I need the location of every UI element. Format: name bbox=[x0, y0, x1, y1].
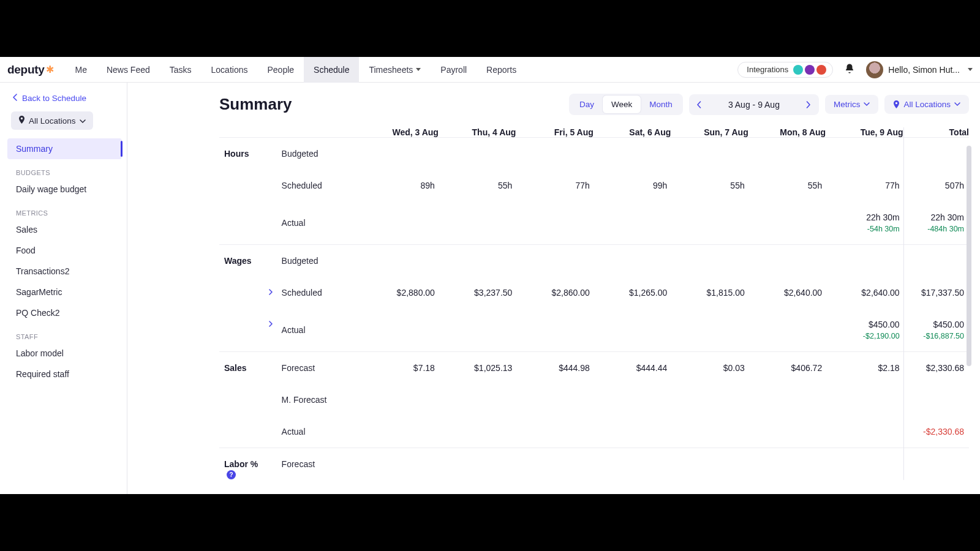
total-cell: $17,337.50 bbox=[903, 277, 969, 309]
cell bbox=[826, 138, 903, 170]
sidebar-item-transactions2[interactable]: Transactions2 bbox=[7, 261, 122, 282]
cell bbox=[439, 384, 516, 416]
sidebar-item-sagarmetric[interactable]: SagarMetric bbox=[7, 282, 122, 302]
cell: $7.18 bbox=[361, 352, 438, 384]
col-day: Tue, 9 Aug bbox=[826, 127, 903, 138]
nav-item-tasks[interactable]: Tasks bbox=[160, 57, 202, 83]
brand-star-icon: ✱ bbox=[46, 64, 54, 75]
cell: $1,815.00 bbox=[671, 277, 748, 309]
sidebar-heading: BUDGETS bbox=[7, 159, 122, 179]
sidebar-item-summary[interactable]: Summary bbox=[7, 138, 122, 159]
view-month-button[interactable]: Month bbox=[641, 96, 681, 113]
cell bbox=[594, 384, 671, 416]
summary-table-wrap: Wed, 3 AugThu, 4 AugFri, 5 AugSat, 6 Aug… bbox=[219, 127, 969, 480]
cell: $0.03 bbox=[671, 352, 748, 384]
cell: 99h bbox=[594, 170, 671, 201]
integrations-button[interactable]: Integrations bbox=[737, 62, 833, 78]
nav-item-me[interactable]: Me bbox=[65, 57, 96, 83]
metrics-label: Metrics bbox=[834, 100, 861, 109]
total-cell: 22h 30m-484h 30m bbox=[903, 201, 969, 245]
nav-item-news-feed[interactable]: News Feed bbox=[97, 57, 160, 83]
help-icon[interactable]: ? bbox=[227, 470, 236, 479]
back-to-schedule-link[interactable]: Back to Schedule bbox=[7, 90, 122, 111]
cell bbox=[516, 201, 593, 245]
nav-item-locations[interactable]: Locations bbox=[202, 57, 258, 83]
table-row: Scheduled$2,880.00$3,237.50$2,860.00$1,2… bbox=[219, 277, 969, 309]
view-range-segmented: DayWeekMonth bbox=[569, 94, 683, 115]
cell: 77h bbox=[826, 170, 903, 201]
row-label: Scheduled bbox=[282, 277, 361, 309]
notifications-bell-icon[interactable] bbox=[844, 63, 855, 77]
total-cell: 507h bbox=[903, 170, 969, 201]
sidebar-location-filter[interactable]: All Locations bbox=[11, 111, 93, 130]
total-cell: -$2,330.68 bbox=[903, 416, 969, 448]
cell: 55h bbox=[671, 170, 748, 201]
expand-row-button[interactable] bbox=[268, 288, 273, 297]
cell: 55h bbox=[748, 170, 826, 201]
locations-dropdown[interactable]: All Locations bbox=[884, 95, 969, 114]
cell: 77h bbox=[516, 170, 593, 201]
table-row: Actual$450.00-$2,190.00$450.00-$16,887.5… bbox=[219, 309, 969, 352]
cell bbox=[516, 384, 593, 416]
group-cell bbox=[219, 201, 282, 245]
cell bbox=[361, 384, 438, 416]
nav-item-schedule[interactable]: Schedule bbox=[304, 57, 359, 83]
cell bbox=[361, 448, 438, 481]
user-greeting: Hello, Simon Hut... bbox=[888, 65, 960, 75]
table-scrollbar[interactable] bbox=[967, 146, 971, 366]
date-prev-button[interactable] bbox=[689, 94, 710, 115]
chevron-down-icon bbox=[968, 68, 973, 71]
view-day-button[interactable]: Day bbox=[571, 96, 603, 113]
chevron-down-icon bbox=[80, 116, 86, 126]
expand-row-button[interactable] bbox=[268, 320, 273, 329]
nav-item-reports[interactable]: Reports bbox=[477, 57, 526, 83]
group-cell: Wages bbox=[219, 245, 282, 277]
table-row: Actual22h 30m-54h 30m22h 30m-484h 30m bbox=[219, 201, 969, 245]
sidebar-item-pq-check2[interactable]: PQ Check2 bbox=[7, 302, 122, 323]
cell: $1,025.13 bbox=[439, 352, 516, 384]
cell bbox=[439, 138, 516, 170]
nav-item-people[interactable]: People bbox=[257, 57, 304, 83]
brand-logo[interactable]: deputy ✱ bbox=[7, 63, 54, 77]
user-menu[interactable]: Hello, Simon Hut... bbox=[866, 61, 973, 78]
cell: 55h bbox=[439, 170, 516, 201]
cell bbox=[671, 448, 748, 481]
row-label: Forecast bbox=[282, 448, 361, 481]
cell bbox=[826, 448, 903, 481]
cell bbox=[516, 245, 593, 277]
cell bbox=[671, 245, 748, 277]
date-range-label[interactable]: 3 Aug - 9 Aug bbox=[710, 100, 798, 110]
cell bbox=[361, 309, 438, 352]
nav-item-timesheets[interactable]: Timesheets bbox=[359, 57, 431, 83]
date-pager: 3 Aug - 9 Aug bbox=[689, 94, 819, 115]
nav-item-payroll[interactable]: Payroll bbox=[431, 57, 477, 83]
location-pin-icon bbox=[893, 100, 900, 108]
col-day: Fri, 5 Aug bbox=[516, 127, 593, 138]
sidebar-item-food[interactable]: Food bbox=[7, 240, 122, 261]
cell bbox=[361, 138, 438, 170]
cell bbox=[594, 245, 671, 277]
sidebar-item-sales[interactable]: Sales bbox=[7, 219, 122, 240]
total-cell bbox=[903, 384, 969, 416]
cell: 22h 30m-54h 30m bbox=[826, 201, 903, 245]
chevron-down-icon bbox=[864, 102, 870, 107]
sidebar-location-label: All Locations bbox=[29, 116, 76, 126]
cell bbox=[826, 384, 903, 416]
chevron-down-icon bbox=[954, 102, 960, 107]
cell bbox=[516, 416, 593, 448]
sidebar-item-labor-model[interactable]: Labor model bbox=[7, 343, 122, 364]
metrics-dropdown[interactable]: Metrics bbox=[825, 95, 879, 114]
cell bbox=[516, 138, 593, 170]
group-cell bbox=[219, 416, 282, 448]
view-week-button[interactable]: Week bbox=[603, 96, 641, 113]
col-day: Thu, 4 Aug bbox=[439, 127, 516, 138]
col-day: Wed, 3 Aug bbox=[361, 127, 438, 138]
cell: $2,640.00 bbox=[826, 277, 903, 309]
row-label: Budgeted bbox=[282, 245, 361, 277]
user-avatar bbox=[866, 61, 883, 78]
cell bbox=[748, 448, 826, 481]
sidebar-item-daily-wage-budget[interactable]: Daily wage budget bbox=[7, 179, 122, 200]
cell bbox=[826, 245, 903, 277]
sidebar-item-required-staff[interactable]: Required staff bbox=[7, 364, 122, 384]
date-next-button[interactable] bbox=[798, 94, 819, 115]
